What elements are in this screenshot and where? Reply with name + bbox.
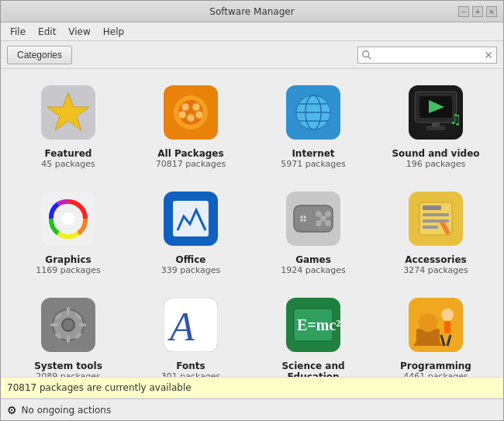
svg-point-49 (62, 319, 74, 331)
category-name-fonts: Fonts (176, 361, 205, 371)
svg-rect-44 (423, 219, 449, 223)
svg-point-67 (441, 309, 454, 321)
category-icon-games (282, 188, 344, 250)
search-input[interactable] (372, 50, 484, 60)
svg-point-11 (195, 111, 203, 119)
category-count-accessories: 3274 packages (403, 265, 468, 275)
svg-text:♫: ♫ (449, 111, 461, 127)
category-item-featured[interactable]: Featured45 packages (14, 75, 123, 175)
search-icon (361, 50, 372, 60)
search-clear-icon[interactable]: ✕ (484, 49, 493, 61)
svg-point-33 (320, 216, 326, 222)
category-count-allpackages: 70817 packages (156, 159, 226, 169)
svg-point-36 (325, 220, 331, 226)
category-icon-programming (405, 294, 467, 356)
category-icon-office (160, 188, 222, 250)
svg-point-37 (316, 220, 322, 226)
menubar: File Edit View Help (1, 22, 503, 41)
svg-rect-43 (423, 213, 449, 216)
category-item-accessories[interactable]: Accessories3274 packages (381, 181, 490, 281)
titlebar-controls: − + × (458, 6, 497, 17)
category-name-scienceeducation: Science and Education (265, 361, 361, 377)
category-icon-featured (37, 81, 99, 143)
svg-point-27 (62, 212, 74, 225)
close-button[interactable]: × (486, 6, 497, 17)
ongoing-actions-text: No ongoing actions (22, 405, 112, 416)
category-item-allpackages[interactable]: All Packages70817 packages (136, 75, 245, 175)
category-name-systemtools: System tools (34, 361, 102, 371)
category-name-graphics: Graphics (45, 254, 91, 265)
category-count-fonts: 301 packages (161, 371, 221, 377)
menu-file[interactable]: File (4, 25, 32, 39)
category-name-internet: Internet (292, 148, 334, 159)
category-item-fonts[interactable]: A Fonts301 packages (136, 288, 245, 377)
bottom-bar: ⚙ No ongoing actions (1, 399, 503, 420)
status-message: 70817 packages are currently available (7, 382, 192, 393)
gear-icon: ⚙ (7, 404, 17, 416)
category-item-scienceeducation[interactable]: E=mc² Science and Education2399 packages (259, 288, 368, 377)
category-name-soundvideo: Sound and video (392, 148, 479, 159)
svg-rect-23 (432, 123, 440, 127)
categories-button[interactable]: Categories (7, 46, 72, 64)
svg-point-0 (363, 50, 369, 57)
svg-rect-50 (67, 307, 70, 315)
category-icon-allpackages (160, 81, 222, 143)
svg-point-65 (419, 313, 437, 332)
category-item-systemtools[interactable]: System tools2089 packages (14, 288, 123, 377)
svg-line-1 (368, 56, 371, 59)
category-icon-soundvideo: ♫ (405, 81, 467, 143)
svg-point-35 (316, 211, 322, 217)
category-name-featured: Featured (45, 148, 92, 159)
menu-help[interactable]: Help (97, 25, 130, 39)
category-item-soundvideo[interactable]: ♫ Sound and video196 packages (381, 75, 490, 175)
svg-point-8 (192, 103, 200, 111)
category-count-systemtools: 2089 packages (36, 371, 101, 377)
categories-grid: Featured45 packages All Packages70817 pa… (10, 75, 494, 377)
category-icon-graphics (37, 188, 99, 250)
category-count-soundvideo: 196 packages (406, 159, 466, 169)
category-name-games: Games (295, 254, 331, 265)
svg-rect-31 (294, 205, 333, 232)
window-title: Software Manager (46, 6, 458, 17)
svg-rect-51 (67, 335, 70, 343)
svg-rect-52 (50, 323, 58, 326)
category-icon-fonts: A (160, 294, 222, 356)
category-name-office: Office (176, 254, 206, 265)
titlebar: Software Manager − + × (1, 1, 503, 22)
category-count-programming: 4461 packages (403, 371, 468, 377)
svg-point-10 (178, 111, 186, 119)
svg-point-7 (181, 103, 189, 111)
svg-point-34 (325, 211, 331, 217)
svg-rect-53 (78, 323, 86, 326)
category-count-internet: 5971 packages (281, 159, 346, 169)
svg-rect-42 (423, 205, 441, 210)
category-icon-scienceeducation: E=mc² (282, 294, 344, 356)
category-name-accessories: Accessories (405, 254, 467, 265)
category-count-graphics: 1169 packages (36, 265, 101, 275)
search-container: ✕ (357, 47, 497, 64)
svg-rect-45 (423, 226, 438, 229)
svg-text:E=mc²: E=mc² (297, 316, 340, 333)
status-bar: 70817 packages are currently available (1, 377, 503, 399)
menu-view[interactable]: View (62, 25, 96, 39)
svg-rect-29 (173, 201, 209, 236)
category-item-office[interactable]: Office339 packages (136, 181, 245, 281)
content-area: Featured45 packages All Packages70817 pa… (1, 69, 503, 377)
svg-rect-68 (444, 321, 450, 333)
category-item-programming[interactable]: Programming4461 packages (381, 288, 490, 377)
maximize-button[interactable]: + (472, 6, 483, 17)
category-name-allpackages: All Packages (157, 148, 223, 159)
category-icon-systemtools (37, 294, 99, 356)
minimize-button[interactable]: − (458, 6, 469, 17)
menu-edit[interactable]: Edit (32, 25, 62, 39)
category-icon-internet (282, 81, 344, 143)
category-item-games[interactable]: Games1924 packages (259, 181, 368, 281)
category-name-programming: Programming (400, 361, 471, 371)
toolbar: Categories ✕ (1, 41, 503, 69)
category-icon-accessories (405, 188, 467, 250)
svg-text:A: A (167, 305, 195, 349)
svg-point-9 (187, 114, 195, 122)
category-item-graphics[interactable]: Graphics1169 packages (14, 181, 123, 281)
category-item-internet[interactable]: Internet5971 packages (259, 75, 368, 175)
main-window: Software Manager − + × File Edit View He… (0, 0, 504, 421)
